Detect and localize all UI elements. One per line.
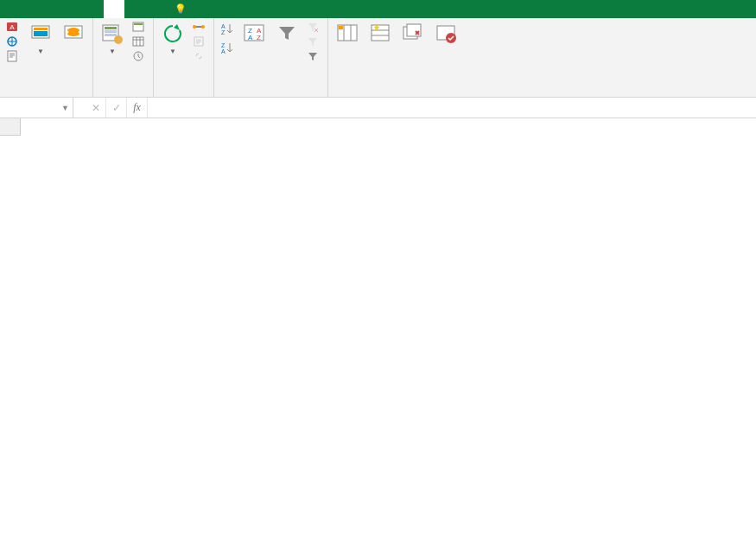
svg-text:Z: Z [221,42,226,48]
from-table-icon [132,35,144,48]
svg-rect-13 [105,34,117,36]
svg-text:A: A [248,34,253,41]
from-access-button[interactable]: A [3,20,23,34]
svg-text:A: A [221,23,226,29]
tab-file[interactable] [0,0,21,18]
group-get-transform: ▼ [93,18,154,97]
show-queries-button[interactable] [130,20,149,34]
tab-home[interactable] [21,0,41,18]
ribbon-tabs: 💡 [0,0,756,18]
sort-asc-button[interactable]: AZ [218,20,237,37]
flash-fill-button[interactable] [365,20,396,49]
group-label [97,92,149,97]
dropdown-icon: ▼ [61,104,69,112]
show-query-icon [132,21,144,33]
reapply-button[interactable] [304,35,324,48]
tab-review[interactable] [124,0,145,18]
from-text-button[interactable] [3,49,23,63]
tab-data[interactable] [104,0,124,18]
group-label [332,92,461,97]
properties-button[interactable] [190,35,210,48]
access-icon: A [6,21,18,33]
svg-rect-11 [105,27,117,29]
text-to-col-icon [335,22,359,46]
recent-icon [132,50,144,62]
clear-filter-button[interactable] [304,20,324,34]
group-label [157,92,210,97]
svg-rect-17 [133,37,143,46]
reapply-icon [307,35,319,48]
tab-insert[interactable] [41,0,62,18]
name-box[interactable]: ▼ [0,98,73,117]
refresh-icon [161,22,185,46]
from-other-button[interactable]: ▼ [25,20,56,57]
edit-links-button[interactable] [190,49,210,63]
web-icon [6,35,18,48]
svg-rect-3 [8,51,16,61]
svg-rect-32 [339,26,343,29]
sort-desc-button[interactable]: ZA [218,39,237,56]
formula-bar: ▼ ✕ ✓ fx [0,98,756,118]
svg-rect-5 [34,28,48,30]
svg-point-14 [114,35,123,44]
svg-rect-6 [34,31,48,36]
recent-sources-button[interactable] [130,49,149,63]
tab-page-layout[interactable] [62,0,83,18]
tab-view[interactable] [145,0,166,18]
new-query-icon [100,22,124,46]
svg-text:A: A [10,23,15,31]
from-web-button[interactable] [3,35,23,48]
refresh-all-button[interactable]: ▼ [157,20,188,57]
tell-me-box[interactable]: 💡 [166,0,199,18]
group-label [3,92,89,97]
existing-connections-button[interactable] [58,20,89,49]
svg-text:Z: Z [257,34,261,41]
dropdown-icon: ▼ [169,48,176,55]
select-all-corner[interactable] [0,118,21,136]
svg-point-9 [67,31,79,36]
group-external-data: A ▼ [0,18,93,97]
connections-button[interactable] [190,20,210,34]
properties-icon [193,35,205,48]
tab-formulas[interactable] [83,0,104,18]
group-connections: ▼ [154,18,214,97]
sort-button[interactable]: ZAAZ [238,20,270,49]
from-table-button[interactable] [130,35,149,48]
svg-rect-12 [105,30,117,33]
group-sort-filter: AZ ZA ZAAZ [214,18,328,97]
filter-icon [275,22,299,46]
group-data-tools [328,18,465,97]
svg-rect-33 [372,25,389,41]
accept-formula-button[interactable]: ✓ [106,98,127,117]
cancel-formula-button[interactable]: ✕ [86,98,106,117]
advanced-icon [307,50,319,62]
flash-fill-icon [368,22,392,46]
advanced-filter-button[interactable] [304,49,324,63]
dropdown-icon: ▼ [109,48,116,55]
existing-conn-icon [61,22,86,46]
conn-icon [193,21,205,33]
sort-desc-icon: ZA [219,41,235,54]
svg-point-20 [201,25,205,29]
filter-button[interactable] [271,20,302,49]
ribbon: A ▼ [0,18,756,98]
sort-asc-icon: AZ [219,22,235,35]
svg-text:Z: Z [221,29,226,35]
sort-icon: ZAAZ [242,22,266,46]
validation-icon [434,22,458,46]
clear-icon [307,21,319,33]
remove-duplicates-button[interactable] [397,20,429,49]
bulb-icon: 💡 [175,3,187,15]
svg-rect-16 [134,23,143,25]
data-validation-button[interactable] [430,20,461,49]
text-to-columns-button[interactable] [332,20,363,49]
formula-input[interactable] [148,98,756,117]
svg-text:A: A [221,48,226,54]
fx-button[interactable]: fx [127,98,148,117]
new-query-button[interactable]: ▼ [97,20,128,57]
group-label [218,92,324,97]
remove-dup-icon [401,22,425,46]
other-sources-icon [29,22,53,46]
dropdown-icon: ▼ [37,48,44,55]
text-icon [6,50,18,62]
